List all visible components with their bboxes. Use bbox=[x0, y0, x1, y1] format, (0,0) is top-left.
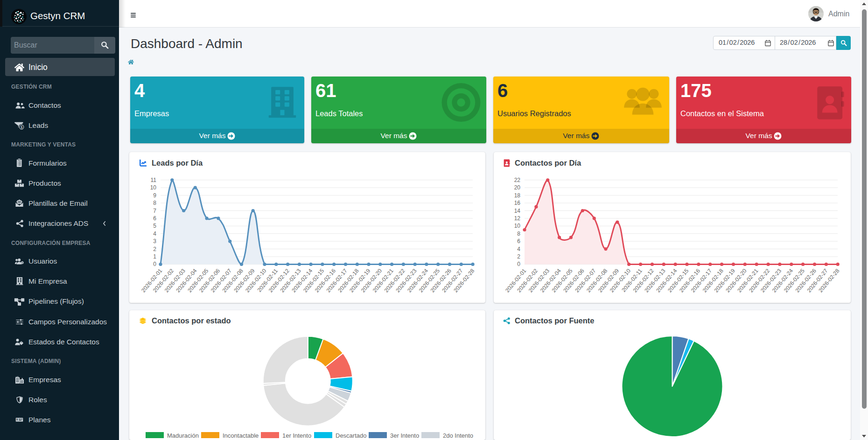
svg-text:5: 5 bbox=[153, 223, 156, 229]
svg-text:1er Intento: 1er Intento bbox=[282, 432, 311, 439]
svg-text:6: 6 bbox=[153, 215, 156, 222]
svg-text:$: $ bbox=[21, 125, 22, 129]
svg-text:12: 12 bbox=[514, 215, 521, 222]
svg-text:9: 9 bbox=[153, 192, 156, 199]
svg-text:Incontactable: Incontactable bbox=[223, 432, 259, 439]
svg-text:16: 16 bbox=[514, 200, 521, 206]
svg-text:Descartado: Descartado bbox=[336, 432, 366, 439]
svg-text:14: 14 bbox=[514, 208, 521, 214]
svg-text:6: 6 bbox=[517, 238, 520, 244]
svg-text:2: 2 bbox=[153, 246, 156, 252]
svg-text:2: 2 bbox=[517, 253, 520, 260]
svg-text:10: 10 bbox=[150, 184, 157, 191]
svg-text:3: 3 bbox=[153, 238, 156, 244]
svg-text:3er Intento: 3er Intento bbox=[390, 432, 419, 439]
svg-text:7: 7 bbox=[153, 208, 156, 214]
svg-text:4: 4 bbox=[517, 246, 520, 252]
svg-text:0: 0 bbox=[153, 261, 156, 267]
svg-text:1: 1 bbox=[153, 253, 156, 260]
svg-text:2do Intento: 2do Intento bbox=[443, 432, 473, 439]
svg-text:22: 22 bbox=[514, 177, 521, 183]
svg-text:Maduración: Maduración bbox=[167, 432, 199, 439]
svg-text:10: 10 bbox=[514, 223, 521, 229]
svg-text:0: 0 bbox=[517, 261, 520, 267]
svg-text:8: 8 bbox=[517, 230, 520, 237]
svg-text:20: 20 bbox=[514, 184, 521, 191]
svg-text:18: 18 bbox=[514, 192, 521, 199]
svg-text:8: 8 bbox=[153, 200, 156, 206]
svg-text:11: 11 bbox=[151, 177, 157, 183]
svg-text:4: 4 bbox=[153, 230, 156, 237]
